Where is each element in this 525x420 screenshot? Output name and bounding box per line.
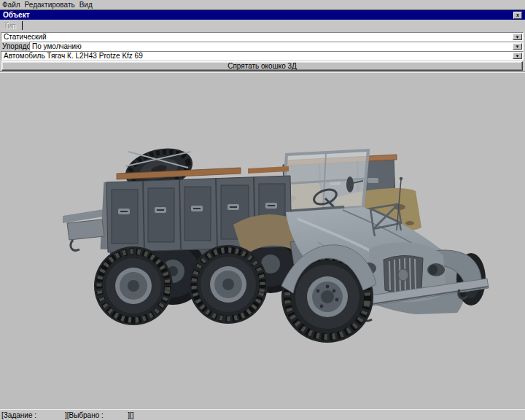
status-selected: [Выбрано : ] [67,411,130,419]
status-extra: [] [130,411,134,419]
category-combobox[interactable]: Статический ▼ [1,32,524,42]
object-combobox-value: Автомобиль Тягач К. L2H43 Protze Kfz 69 [4,52,143,60]
text-caret [22,21,23,30]
chevron-down-icon[interactable]: ▼ [513,43,522,50]
category-combobox-value: Статический [4,33,47,41]
menu-item-edit[interactable]: Редактировать [25,1,75,9]
order-combobox[interactable]: По умолчанию ▼ [29,42,524,51]
tab-type[interactable]: Тип [4,22,16,30]
object-combobox[interactable]: Автомобиль Тягач К. L2H43 Protze Kfz 69 … [1,51,524,61]
close-icon[interactable]: x [513,12,522,19]
chevron-down-icon[interactable]: ▼ [513,52,522,59]
window-title: Объект [3,11,30,19]
menu-item-view[interactable]: Вид [79,1,93,9]
order-label: Упорядс: [2,42,32,50]
status-task: [Задание : ] [1,411,67,419]
window-title-bar[interactable]: Объект x [0,9,525,20]
object-editor-window: ФайлРедактироватьВид Объект x Тип Статич… [0,0,525,420]
menu-bar: ФайлРедактироватьВид [0,0,525,9]
truck-3d-model [0,73,525,409]
menu-item-file[interactable]: Файл [2,1,20,9]
status-bar: [Задание : ][Выбрано : ][] [0,409,525,420]
order-combobox-value: По умолчанию [32,42,82,50]
chevron-down-icon[interactable]: ▼ [513,34,522,40]
tab-strip: Тип [0,20,525,32]
3d-viewport[interactable] [0,73,525,409]
hide-3d-window-button[interactable]: Спрятать окошко 3Д [1,61,523,71]
